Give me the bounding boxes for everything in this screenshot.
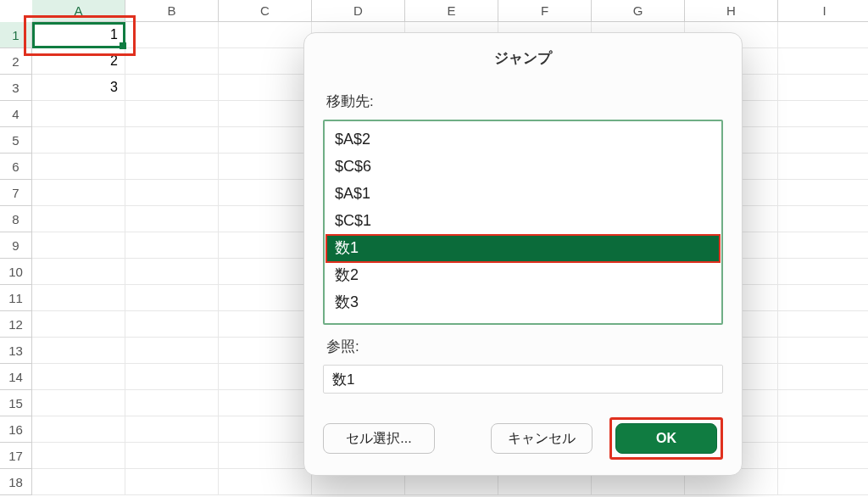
destination-list[interactable]: $A$2$C$6$A$1$C$1数1数2数3 (323, 120, 723, 325)
row-header-6[interactable]: 6 (0, 154, 32, 180)
select-all-corner[interactable] (0, 0, 32, 22)
column-header-D[interactable]: D (312, 0, 405, 22)
ok-button[interactable]: OK (615, 423, 717, 454)
row-header-16[interactable]: 16 (0, 416, 32, 443)
destination-item[interactable]: $A$2 (326, 126, 720, 154)
cell-B11[interactable] (125, 285, 219, 311)
cell-I8[interactable] (778, 206, 868, 232)
row-header-4[interactable]: 4 (0, 101, 32, 127)
cell-A15[interactable] (32, 390, 125, 416)
cell-I15[interactable] (778, 390, 868, 416)
row-header-8[interactable]: 8 (0, 206, 32, 232)
cell-B1[interactable] (125, 22, 219, 48)
row-header-9[interactable]: 9 (0, 232, 32, 259)
cell-A9[interactable] (32, 232, 125, 259)
column-header-C[interactable]: C (219, 0, 312, 22)
cell-I10[interactable] (778, 259, 868, 285)
cell-I14[interactable] (778, 364, 868, 390)
cell-C13[interactable] (219, 338, 312, 364)
cell-A2[interactable]: 2 (32, 48, 125, 75)
cell-C12[interactable] (219, 311, 312, 338)
row-header-13[interactable]: 13 (0, 338, 32, 364)
cell-I6[interactable] (778, 154, 868, 180)
cancel-button[interactable]: キャンセル (491, 423, 593, 454)
cell-A11[interactable] (32, 285, 125, 311)
column-header-G[interactable]: G (592, 0, 685, 22)
cell-B15[interactable] (125, 390, 219, 416)
destination-item[interactable]: $C$1 (326, 208, 720, 235)
cell-C11[interactable] (219, 285, 312, 311)
destination-item[interactable]: 数3 (326, 289, 720, 316)
cell-A16[interactable] (32, 416, 125, 443)
special-button[interactable]: セル選択... (323, 423, 435, 454)
cell-B3[interactable] (125, 75, 219, 101)
cell-I2[interactable] (778, 48, 868, 75)
cell-C16[interactable] (219, 416, 312, 443)
row-header-10[interactable]: 10 (0, 259, 32, 285)
cell-I18[interactable] (778, 469, 868, 495)
cell-C8[interactable] (219, 206, 312, 232)
cell-C4[interactable] (219, 101, 312, 127)
destination-item[interactable]: 数2 (326, 262, 720, 289)
cell-I12[interactable] (778, 311, 868, 338)
cell-I3[interactable] (778, 75, 868, 101)
cell-C7[interactable] (219, 180, 312, 206)
cell-A17[interactable] (32, 443, 125, 469)
cell-B16[interactable] (125, 416, 219, 443)
cell-A5[interactable] (32, 127, 125, 154)
cell-C15[interactable] (219, 390, 312, 416)
cell-A13[interactable] (32, 338, 125, 364)
destination-item[interactable]: $C$6 (326, 154, 720, 181)
column-header-A[interactable]: A (32, 0, 125, 22)
cell-B7[interactable] (125, 180, 219, 206)
cell-C3[interactable] (219, 75, 312, 101)
cell-B5[interactable] (125, 127, 219, 154)
cell-C5[interactable] (219, 127, 312, 154)
cell-I4[interactable] (778, 101, 868, 127)
cell-A1[interactable]: 1 (32, 22, 125, 48)
destination-item[interactable]: $A$1 (326, 181, 720, 208)
destination-item[interactable]: 数1 (326, 235, 720, 262)
row-header-18[interactable]: 18 (0, 469, 32, 495)
column-header-F[interactable]: F (498, 0, 592, 22)
cell-C17[interactable] (219, 443, 312, 469)
row-header-7[interactable]: 7 (0, 180, 32, 206)
row-header-2[interactable]: 2 (0, 48, 32, 75)
cell-B4[interactable] (125, 101, 219, 127)
column-header-H[interactable]: H (685, 0, 778, 22)
column-header-I[interactable]: I (778, 0, 868, 22)
cell-B14[interactable] (125, 364, 219, 390)
column-header-E[interactable]: E (405, 0, 498, 22)
cell-B10[interactable] (125, 259, 219, 285)
column-header-B[interactable]: B (125, 0, 219, 22)
row-header-3[interactable]: 3 (0, 75, 32, 101)
cell-B9[interactable] (125, 232, 219, 259)
cell-C6[interactable] (219, 154, 312, 180)
cell-C18[interactable] (219, 469, 312, 495)
cell-I17[interactable] (778, 443, 868, 469)
row-header-11[interactable]: 11 (0, 285, 32, 311)
cell-B2[interactable] (125, 48, 219, 75)
cell-A7[interactable] (32, 180, 125, 206)
cell-C14[interactable] (219, 364, 312, 390)
cell-C2[interactable] (219, 48, 312, 75)
cell-B17[interactable] (125, 443, 219, 469)
cell-A8[interactable] (32, 206, 125, 232)
cell-I1[interactable] (778, 22, 868, 48)
cell-I5[interactable] (778, 127, 868, 154)
cell-A10[interactable] (32, 259, 125, 285)
cell-B6[interactable] (125, 154, 219, 180)
cell-B12[interactable] (125, 311, 219, 338)
cell-B13[interactable] (125, 338, 219, 364)
cell-A14[interactable] (32, 364, 125, 390)
cell-A12[interactable] (32, 311, 125, 338)
cell-C1[interactable] (219, 22, 312, 48)
row-header-5[interactable]: 5 (0, 127, 32, 154)
cell-B18[interactable] (125, 469, 219, 495)
cell-I11[interactable] (778, 285, 868, 311)
cell-I9[interactable] (778, 232, 868, 259)
cell-C10[interactable] (219, 259, 312, 285)
row-header-14[interactable]: 14 (0, 364, 32, 390)
cell-A3[interactable]: 3 (32, 75, 125, 101)
cell-A6[interactable] (32, 154, 125, 180)
